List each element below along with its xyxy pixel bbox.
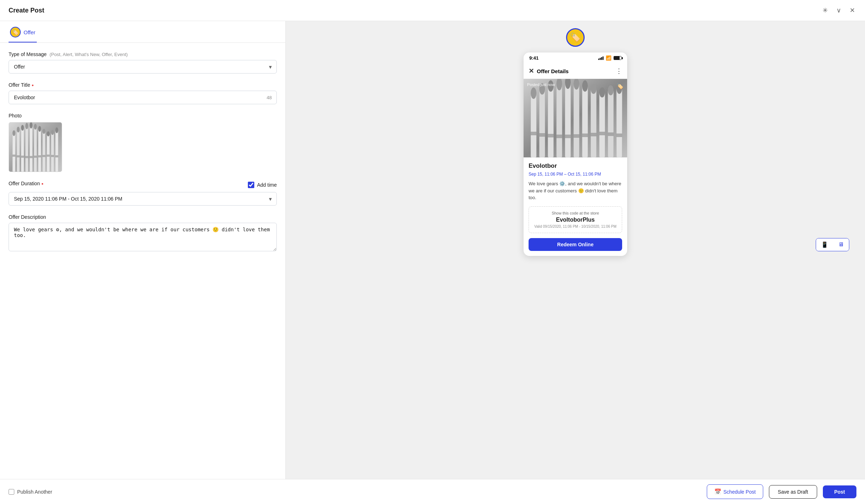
right-panel: 🏷️ 9:41 📶	[286, 21, 865, 479]
svg-rect-31	[42, 155, 45, 157]
more-options-icon[interactable]: ⋮	[616, 67, 622, 75]
app-title: Create Post	[9, 7, 44, 14]
bottom-bar: Publish Another 📅 Schedule Post Save as …	[0, 479, 865, 504]
tab-offer-badge: 🏷️	[10, 27, 21, 37]
svg-rect-18	[47, 134, 50, 172]
svg-point-7	[21, 125, 24, 131]
svg-rect-55	[608, 90, 614, 157]
status-icons: 📶	[598, 55, 621, 61]
wifi-icon: 📶	[606, 55, 611, 61]
offer-title-required: ●	[31, 83, 34, 87]
type-of-message-label: Type of Message (Post, Alert, What's New…	[9, 51, 277, 57]
header-actions: ✳ ∨ ✕	[821, 5, 856, 16]
signal-icon	[598, 56, 604, 60]
chevron-down-button[interactable]: ∨	[835, 5, 842, 16]
svg-rect-57	[616, 88, 622, 157]
main-content: 🏷️ Offer Type of Message (Post, Alert, W…	[0, 21, 865, 479]
left-panel: 🏷️ Offer Type of Message (Post, Alert, W…	[0, 21, 286, 479]
phone-mockup: 9:41 📶 ✕ Of	[524, 52, 627, 256]
preview-offer-description: We love gears ⚙️, and we wouldn't be whe…	[529, 180, 622, 201]
brushes-image	[9, 122, 62, 172]
svg-rect-41	[548, 86, 554, 157]
preview-offer-date: Sep 15, 11:06 PM – Oct 15, 11:06 PM	[529, 172, 622, 177]
offer-description-label: Offer Description	[9, 214, 277, 220]
type-of-message-select[interactable]: Offer Post Alert What's New Event	[9, 60, 277, 74]
svg-point-50	[582, 80, 588, 92]
offer-title-input-wrapper: 48	[9, 91, 277, 104]
desktop-view-button[interactable]: 🖥	[833, 238, 849, 251]
coupon-code: EvoltoborPlus	[533, 217, 618, 223]
type-of-message-hint: (Post, Alert, What's New, Offer, Event)	[50, 52, 128, 57]
offer-title-char-count: 48	[267, 95, 272, 100]
svg-point-3	[12, 130, 15, 136]
svg-point-56	[608, 85, 614, 95]
pin-button[interactable]: ✳	[821, 5, 829, 16]
phone-close-icon[interactable]: ✕	[529, 67, 534, 75]
svg-rect-27	[25, 156, 28, 158]
offer-description-textarea[interactable]: We love gears ⚙️, and we wouldn't be whe…	[9, 223, 277, 251]
offer-header-left: ✕ Offer Details	[529, 67, 569, 75]
svg-rect-67	[599, 132, 605, 135]
svg-rect-32	[47, 155, 50, 157]
svg-rect-59	[531, 132, 536, 135]
tab-offer-label: Offer	[24, 29, 35, 35]
offer-duration-group: Offer Duration ● Add time Sep 15, 2020 1…	[9, 181, 277, 206]
svg-rect-25	[17, 155, 20, 157]
close-button[interactable]: ✕	[848, 5, 856, 16]
mobile-view-button[interactable]: 📱	[816, 238, 833, 251]
add-time-checkbox[interactable]	[248, 182, 254, 188]
svg-rect-28	[30, 156, 32, 158]
svg-point-17	[42, 129, 45, 134]
svg-rect-37	[531, 93, 536, 157]
svg-point-15	[38, 126, 41, 132]
tag-icon: 🏷️	[616, 82, 624, 90]
svg-point-38	[531, 87, 536, 99]
tab-offer[interactable]: 🏷️ Offer	[9, 21, 37, 42]
add-time-label[interactable]: Add time	[248, 182, 277, 188]
svg-rect-16	[42, 131, 45, 172]
preview-brushes-image	[524, 79, 627, 157]
svg-point-23	[55, 127, 58, 133]
offer-body: Evolotbor Sep 15, 11:06 PM – Oct 15, 11:…	[524, 157, 627, 256]
offer-duration-select[interactable]: Sep 15, 2020 11:06 PM - Oct 15, 2020 11:…	[9, 192, 277, 206]
svg-rect-69	[616, 133, 622, 137]
phone-status-bar: 9:41 📶	[524, 52, 627, 64]
schedule-post-button[interactable]: 📅 Schedule Post	[707, 484, 763, 499]
photo-group: Photo	[9, 113, 277, 172]
svg-rect-68	[608, 132, 614, 136]
svg-rect-66	[591, 133, 596, 136]
svg-rect-2	[12, 133, 15, 172]
offer-title-input[interactable]	[9, 91, 277, 104]
photo-label: Photo	[9, 113, 277, 119]
svg-rect-33	[51, 155, 54, 157]
offer-description-group: Offer Description We love gears ⚙️, and …	[9, 214, 277, 253]
offer-header: ✕ Offer Details ⋮	[524, 64, 627, 79]
form-area: Type of Message (Post, Alert, What's New…	[0, 43, 285, 479]
svg-point-19	[47, 131, 50, 136]
svg-rect-64	[574, 134, 579, 138]
offer-duration-select-wrapper: Sep 15, 2020 11:06 PM - Oct 15, 2020 11:…	[9, 192, 277, 206]
svg-rect-53	[599, 92, 605, 157]
photo-preview[interactable]	[9, 122, 62, 172]
post-button[interactable]: Post	[823, 485, 856, 498]
svg-point-21	[51, 130, 54, 135]
duration-header: Offer Duration ● Add time	[9, 181, 277, 189]
svg-rect-61	[548, 134, 554, 137]
type-of-message-select-wrapper: Offer Post Alert What's New Event	[9, 60, 277, 74]
svg-rect-63	[565, 135, 571, 138]
svg-point-52	[591, 84, 596, 94]
publish-another-label[interactable]: Publish Another	[9, 489, 52, 495]
svg-rect-45	[565, 82, 571, 157]
svg-rect-20	[51, 132, 54, 172]
schedule-icon: 📅	[714, 488, 721, 495]
save-as-draft-button[interactable]: Save as Draft	[769, 485, 817, 499]
redeem-online-button[interactable]: Redeem Online	[529, 238, 622, 251]
svg-point-13	[34, 124, 37, 130]
svg-rect-8	[25, 126, 28, 172]
preview-offer-title: Evolotbor	[529, 162, 622, 170]
publish-another-checkbox[interactable]	[9, 489, 14, 495]
svg-point-9	[25, 123, 28, 129]
svg-rect-34	[55, 155, 58, 157]
svg-rect-47	[574, 84, 579, 157]
svg-rect-4	[17, 130, 20, 172]
